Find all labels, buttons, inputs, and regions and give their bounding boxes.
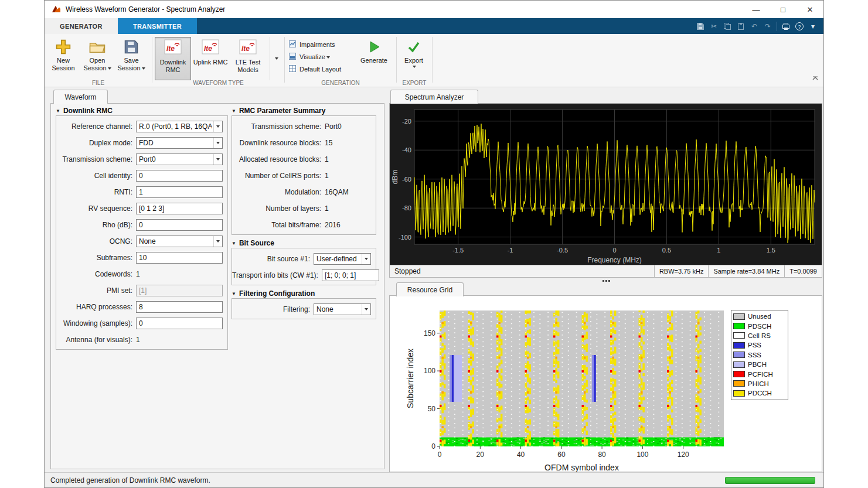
legend-swatch <box>733 332 745 339</box>
uplink-rmc-button[interactable]: lte Uplink RMC <box>192 37 229 80</box>
new-session-button[interactable]: New Session <box>47 37 79 80</box>
rho-input[interactable] <box>136 219 223 231</box>
downlink-rmc-group: Reference channel: R.0 (Port0, 1 RB, 16Q… <box>56 115 228 350</box>
summary-value: 1 <box>325 155 329 163</box>
field-label: Subframes: <box>56 254 136 262</box>
chevron-down-icon[interactable]: ▾ <box>808 21 818 32</box>
chevron-down-icon[interactable] <box>213 154 222 165</box>
summary-label: Total bits/frame: <box>232 221 325 229</box>
visualize-button[interactable]: Visualize <box>288 51 330 62</box>
cell-identity-input[interactable] <box>136 170 223 182</box>
duplex-mode-select[interactable]: FDD <box>136 137 223 149</box>
default-layout-button[interactable]: Default Layout <box>288 63 341 74</box>
impairments-button[interactable]: Impairments <box>288 39 335 50</box>
chevron-down-icon[interactable] <box>362 304 370 315</box>
collapse-toolstrip-icon[interactable] <box>812 73 819 83</box>
rnti-input[interactable] <box>136 186 223 198</box>
filtering-select[interactable]: None <box>314 303 371 315</box>
bit-source-select[interactable]: User-defined <box>314 253 371 265</box>
field-transmission-scheme: Transmission scheme: Port0 <box>56 151 227 168</box>
section-header-filtering[interactable]: ▼Filtering Configuration <box>232 289 315 298</box>
select-value: Port0 <box>139 155 156 163</box>
spectrum-time: T=0.0099 <box>784 265 822 277</box>
legend-label: Unused <box>748 313 771 320</box>
chevron-down-icon[interactable] <box>213 138 222 148</box>
collapse-triangle-icon: ▼ <box>56 108 60 114</box>
gallery-expand-button[interactable] <box>270 37 281 80</box>
default-layout-icon <box>288 64 297 74</box>
legend-label: PHICH <box>748 380 769 387</box>
save-icon[interactable] <box>696 21 705 32</box>
svg-text:150: 150 <box>424 329 435 337</box>
transport-info-bits-input[interactable] <box>322 269 379 281</box>
save-session-button[interactable]: Save Session <box>115 37 147 80</box>
open-session-label: Open Session <box>81 57 113 72</box>
toolbar-separator <box>777 22 777 31</box>
transmission-scheme-select[interactable]: Port0 <box>136 153 223 165</box>
tab-resource-grid-label: Resource Grid <box>407 286 452 294</box>
print-icon[interactable] <box>781 21 791 32</box>
lte-test-models-button[interactable]: lte LTE Test Models <box>230 37 266 80</box>
tab-spectrum-analyzer[interactable]: Spectrum Analyzer <box>390 90 478 104</box>
select-value: R.0 (Port0, 1 RB, 16QAM... <box>139 122 212 131</box>
chevron-down-icon[interactable] <box>213 236 222 247</box>
summary-row: Allocated resource blocks:1 <box>232 151 376 168</box>
downlink-rmc-button[interactable]: lte Downlink RMC <box>155 37 191 80</box>
chevron-down-icon <box>326 56 330 59</box>
chevron-down-icon <box>275 57 278 60</box>
field-label: HARQ processes: <box>56 303 136 311</box>
section-header-downlink-rmc[interactable]: ▼Downlink RMC <box>56 107 113 115</box>
collapse-triangle-icon: ▼ <box>232 241 236 246</box>
svg-text:0.5: 0.5 <box>662 247 671 254</box>
section-label-generation: GENERATION <box>285 80 396 86</box>
tab-transmitter[interactable]: TRANSMITTER <box>118 18 197 34</box>
minimize-button[interactable]: ― <box>743 1 770 18</box>
generate-play-icon <box>366 37 382 57</box>
rv-sequence-input[interactable] <box>136 203 223 214</box>
legend-swatch <box>733 352 745 358</box>
svg-text:?: ? <box>798 23 801 29</box>
chevron-down-icon[interactable] <box>362 254 370 264</box>
field-label: Codewords: <box>56 270 136 278</box>
field-label: Windowing (samples): <box>56 319 136 327</box>
export-button[interactable]: Export <box>398 37 430 80</box>
help-icon[interactable]: ? <box>795 21 804 32</box>
cut-icon[interactable]: ✂ <box>709 21 719 32</box>
field-label: Cell identity: <box>56 172 136 180</box>
summary-row: Number of layers:1 <box>232 200 376 217</box>
splitter-handle[interactable] <box>603 280 611 282</box>
svg-text:OFDM symbol index: OFDM symbol index <box>544 463 619 472</box>
copy-icon[interactable] <box>723 21 732 32</box>
chevron-down-icon[interactable] <box>213 121 222 132</box>
open-session-button[interactable]: Open Session <box>81 37 113 80</box>
undo-icon[interactable]: ↶ <box>750 21 759 32</box>
legend-label: SSS <box>748 352 761 359</box>
reference-channel-select[interactable]: R.0 (Port0, 1 RB, 16QAM... <box>136 121 223 132</box>
section-header-bit-source[interactable]: ▼Bit Source <box>232 239 274 247</box>
windowing-input[interactable] <box>136 318 223 329</box>
section-label-waveform-type: WAVEFORM TYPE <box>152 80 284 86</box>
section-header-rmc-summary[interactable]: ▼RMC Parameter Summary <box>232 107 325 115</box>
field-codewords: Codewords: 1 <box>56 266 227 282</box>
generate-button[interactable]: Generate <box>358 37 390 80</box>
subframes-input[interactable] <box>136 252 223 264</box>
tab-generator[interactable]: GENERATOR <box>45 18 118 34</box>
tab-waveform[interactable]: Waveform <box>53 90 108 104</box>
field-reference-channel: Reference channel: R.0 (Port0, 1 RB, 16Q… <box>56 118 227 135</box>
tab-resource-grid[interactable]: Resource Grid <box>396 282 464 296</box>
field-windowing: Windowing (samples): <box>56 315 227 332</box>
svg-text:1.5: 1.5 <box>767 247 775 254</box>
collapse-triangle-icon: ▼ <box>232 291 236 296</box>
paste-icon[interactable] <box>736 21 746 32</box>
legend-swatch <box>733 390 745 397</box>
ocng-select[interactable]: None <box>136 236 223 247</box>
harq-processes-input[interactable] <box>136 301 223 313</box>
svg-text:0: 0 <box>612 247 616 254</box>
chevron-down-icon <box>108 67 111 70</box>
spectrum-status-bar: Stopped RBW=3.75 kHz Sample rate=3.84 MH… <box>390 265 822 277</box>
maximize-button[interactable]: □ <box>770 1 796 18</box>
chevron-down-icon <box>142 67 145 70</box>
close-button[interactable]: ✕ <box>796 1 823 18</box>
codewords-value: 1 <box>136 270 223 278</box>
redo-icon[interactable]: ↷ <box>763 21 772 32</box>
